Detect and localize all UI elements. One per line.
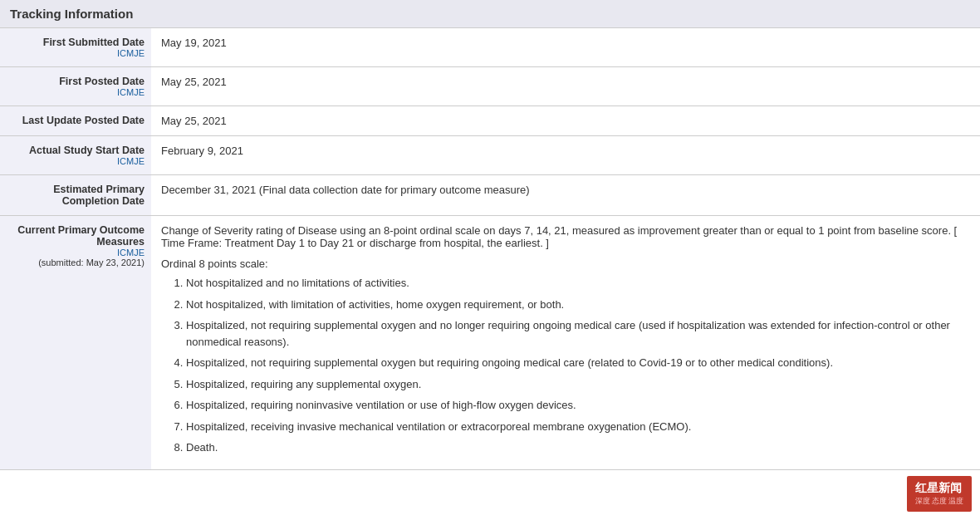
ordinal-item: Death. bbox=[186, 439, 970, 456]
section-title: Tracking Information bbox=[0, 0, 980, 28]
table-row: Current Primary Outcome Measures ICMJE (… bbox=[0, 216, 980, 470]
outcome-main-text: Change of Severity rating of Disease usi… bbox=[161, 224, 970, 249]
label-last-update-posted-date: Last Update Posted Date bbox=[0, 106, 151, 136]
ordinal-item: Hospitalized, receiving invasive mechani… bbox=[186, 419, 970, 435]
ordinal-item: Hospitalized, not requiring supplemental… bbox=[186, 317, 970, 350]
value-estimated-primary-completion-date: December 31, 2021 (Final data collection… bbox=[151, 175, 980, 216]
value-current-primary-outcome-measures: Change of Severity rating of Disease usi… bbox=[151, 216, 980, 470]
table-row: First Submitted Date ICMJE May 19, 2021 bbox=[0, 28, 980, 67]
value-actual-study-start-date: February 9, 2021 bbox=[151, 136, 980, 175]
label-current-primary-outcome-measures: Current Primary Outcome Measures ICMJE (… bbox=[0, 216, 151, 470]
watermark-sub-text: 深度 态度 温度 bbox=[915, 496, 964, 507]
ordinal-list: Not hospitalized and no limitations of a… bbox=[186, 275, 970, 456]
ordinal-item: Not hospitalized and no limitations of a… bbox=[186, 275, 970, 292]
value-first-submitted-date: May 19, 2021 bbox=[151, 28, 980, 67]
watermark-main-text: 红星新闻 bbox=[915, 481, 964, 496]
ordinal-item: Hospitalized, requiring any supplemental… bbox=[186, 376, 970, 393]
page-wrapper: Tracking Information First Submitted Dat… bbox=[0, 0, 980, 520]
ordinal-item: Hospitalized, requiring noninvasive vent… bbox=[186, 397, 970, 414]
label-actual-study-start-date: Actual Study Start Date ICMJE bbox=[0, 136, 151, 175]
ordinal-item: Hospitalized, not requiring supplemental… bbox=[186, 355, 970, 371]
info-table: First Submitted Date ICMJE May 19, 2021 … bbox=[0, 28, 980, 470]
table-row: First Posted Date ICMJE May 25, 2021 bbox=[0, 67, 980, 106]
table-row: Last Update Posted Date May 25, 2021 bbox=[0, 106, 980, 136]
label-first-posted-date: First Posted Date ICMJE bbox=[0, 67, 151, 106]
label-estimated-primary-completion-date: Estimated Primary Completion Date bbox=[0, 175, 151, 216]
table-row: Actual Study Start Date ICMJE February 9… bbox=[0, 136, 980, 175]
value-last-update-posted-date: May 25, 2021 bbox=[151, 106, 980, 136]
value-first-posted-date: May 25, 2021 bbox=[151, 67, 980, 106]
watermark: 红星新闻 深度 态度 温度 bbox=[907, 476, 973, 512]
ordinal-title: Ordinal 8 points scale: bbox=[161, 258, 970, 270]
table-row: Estimated Primary Completion Date Decemb… bbox=[0, 175, 980, 216]
ordinal-item: Not hospitalized, with limitation of act… bbox=[186, 297, 970, 313]
label-first-submitted-date: First Submitted Date ICMJE bbox=[0, 28, 151, 67]
